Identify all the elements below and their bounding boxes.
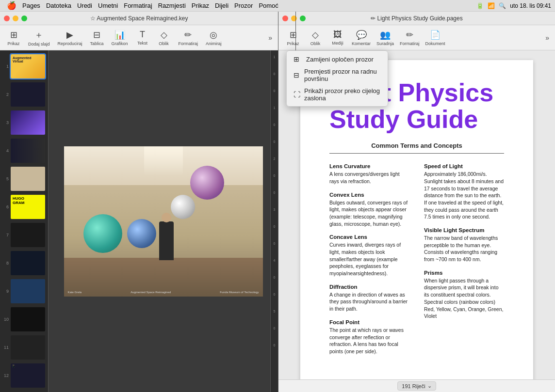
keynote-canvas[interactable]: Kate Grela Augmented Space Reimagined Fu… <box>49 50 278 392</box>
def-visible-spectrum: The narrow band of wavelengths perceptib… <box>424 235 504 263</box>
slide-thumb-6[interactable]: 6 HUGOGRAM <box>0 193 48 221</box>
pages-statusbar: 191 Riječi ⌄ <box>278 379 555 392</box>
word-count-button[interactable]: 191 Riječi ⌄ <box>397 381 436 391</box>
pages-toolbar-suradnja[interactable]: 👥 Suradnja <box>374 28 396 48</box>
def-concave-lens: Curves inward, diverges rays of light, m… <box>329 241 409 277</box>
search-icon[interactable]: 🔍 <box>499 2 506 9</box>
slide-thumb-2[interactable]: 2 <box>0 80 48 109</box>
toolbar-animiraj[interactable]: ◎ Animiraj <box>203 28 225 48</box>
slide-thumb-8[interactable]: 8 <box>0 249 48 277</box>
context-item-premjesti[interactable]: ⊟ Premjesti prozor na radnu površinu <box>287 65 388 85</box>
menu-uredi[interactable]: Uredi <box>74 2 95 9</box>
shape-icon: ◇ <box>161 30 167 40</box>
pages-fullscreen-button[interactable] <box>300 16 306 21</box>
menu-prozor[interactable]: Prozor <box>231 2 256 9</box>
tile-window-icon: ⊞ <box>294 55 302 63</box>
ball-teal <box>83 214 122 253</box>
format-icon: ✏ <box>184 30 192 40</box>
def-diffraction: A change in direction of waves as they p… <box>329 291 409 313</box>
slide-thumb-1[interactable]: 1 AugmentedVirtual <box>0 52 48 80</box>
pages-toolbar-prikaz[interactable]: ⊞ Prikaz <box>282 28 304 48</box>
term-convex-lens: Convex Lens <box>329 192 409 198</box>
menu-pomoc[interactable]: Pomoć <box>256 2 281 9</box>
slide-thumb-7[interactable]: 7 <box>0 221 48 249</box>
slide-preview-7 <box>11 223 45 247</box>
toolbar-tablica[interactable]: ⊟ Tablica <box>87 28 107 48</box>
keynote-window: ☆ Augmented Space Reimagined.key ⊞ Prika… <box>0 12 278 392</box>
skylight <box>144 146 183 175</box>
slide-thumb-4[interactable]: 4 <box>0 137 48 165</box>
slide-thumb-12[interactable]: 12 📱 <box>0 361 48 390</box>
toolbar-reproduciraj[interactable]: ▶ Reproduciraj <box>55 28 85 48</box>
slide-thumb-5[interactable]: 5 <box>0 165 48 193</box>
pages-toolbar-mediji[interactable]: 🖼 Mediji <box>327 28 348 47</box>
menu-pages[interactable]: Pages <box>19 2 43 9</box>
toolbar-dodaj-slajd[interactable]: ＋ Dodaj slajd <box>25 27 53 48</box>
term-speed-of-light: Speed of Light <box>424 163 504 169</box>
caption-right: Funda Museum of Technology <box>220 291 259 294</box>
play-icon: ▶ <box>66 30 73 40</box>
menu-datoteka[interactable]: Datoteka <box>43 2 74 9</box>
chart-icon: 📊 <box>114 30 125 40</box>
pages-toolbar-dokument[interactable]: 📄 Dokument <box>423 28 448 48</box>
keynote-title: ☆ Augmented Space Reimagined.key <box>90 15 188 22</box>
slide-thumb-9[interactable]: 9 <box>0 277 48 305</box>
pages-toolbar: ⊞ Prikaz ◇ Oblik 🖼 Mediji 💬 Komentar 👥 S… <box>278 25 555 50</box>
battery-icon: 🔋 <box>476 2 484 9</box>
slide-preview-10 <box>11 307 45 331</box>
pages-toolbar-more[interactable]: » <box>543 32 551 44</box>
menu-umetni[interactable]: Umetni <box>95 2 121 9</box>
minimize-button[interactable] <box>13 16 18 21</box>
toolbar-more[interactable]: » <box>266 32 274 44</box>
person-figure <box>159 221 174 260</box>
menu-formatiraj[interactable]: Formatiraj <box>121 2 155 9</box>
pages-collab-icon: 👥 <box>380 30 391 40</box>
pages-toolbar-komentar[interactable]: 💬 Komentar <box>349 28 373 48</box>
apple-menu[interactable]: 🍎 <box>4 1 19 10</box>
ball-purple <box>190 166 224 200</box>
pages-doc-icon: 📄 <box>430 30 441 40</box>
slide-thumb-11[interactable]: 11 <box>0 333 48 361</box>
def-convex-lens: Bulges outward, converges rays of light,… <box>329 199 409 228</box>
fullscreen-button[interactable] <box>21 16 27 21</box>
term-concave-lens: Concave Lens <box>329 234 409 240</box>
menu-dijeli[interactable]: Dijeli <box>212 2 231 9</box>
term-lens-curvature: Lens Curvature <box>329 163 409 169</box>
vertical-ruler: 100 100 200 300 400 500 <box>270 50 278 392</box>
slide-preview-11 <box>11 335 45 360</box>
toolbar-formatiraj[interactable]: ✏ Formatiraj <box>176 28 201 48</box>
toolbar-grafikon[interactable]: 📊 Grafikon <box>109 28 131 48</box>
slide-preview-3 <box>11 110 45 135</box>
word-count-label: 191 Riječi <box>402 383 425 389</box>
close-button[interactable] <box>4 16 10 21</box>
context-menu: ⊞ Zamijeni opločen prozor ⊟ Premjesti pr… <box>286 50 388 107</box>
pages-minimize-button[interactable] <box>291 16 297 21</box>
doc-subtitle: Common Terms and Concepts <box>329 142 504 149</box>
pages-toolbar-formatiraj[interactable]: ✏ Formatiraj <box>397 28 422 48</box>
toolbar-oblik[interactable]: ◇ Oblik <box>154 28 174 48</box>
slide-thumb-3[interactable]: 3 <box>0 109 48 137</box>
move-window-icon: ⊟ <box>294 71 300 79</box>
context-item-zamijeni[interactable]: ⊞ Zamijeni opločen prozor <box>287 53 388 65</box>
term-visible-spectrum: Visible Light Spectrum <box>424 227 504 233</box>
def-focal-point: The point at which rays or waves converg… <box>329 327 409 355</box>
active-slide: Kate Grela Augmented Space Reimagined Fu… <box>64 146 263 297</box>
pages-comment-icon: 💬 <box>356 30 367 40</box>
slide-panel: 1 AugmentedVirtual 2 3 4 5 <box>0 50 49 392</box>
toolbar-tekst[interactable]: T Tekst <box>133 28 152 47</box>
slide-preview-4 <box>11 139 45 163</box>
context-item-prikazi[interactable]: ⛶ Prikaži prozor preko cijelog zaslona <box>287 85 388 104</box>
doc-col-left: Lens Curvature A lens converges/diverges… <box>329 163 409 357</box>
def-lens-curvature: A lens converges/diverges light rays via… <box>329 171 409 185</box>
menu-prikaz[interactable]: Prikaz <box>189 2 212 9</box>
slide-thumb-10[interactable]: 10 <box>0 305 48 333</box>
table-icon: ⊟ <box>93 30 100 40</box>
def-prisms: When light passes through a dispersive p… <box>424 277 504 320</box>
pages-close-button[interactable] <box>282 16 288 21</box>
term-diffraction: Diffraction <box>329 284 409 290</box>
toolbar-prikaz[interactable]: ⊞ Prikaz <box>4 28 23 48</box>
doc-divider <box>329 153 504 154</box>
menu-razmjesti[interactable]: Razmjesti <box>155 2 189 9</box>
ball-white <box>171 195 195 219</box>
pages-toolbar-oblik[interactable]: ◇ Oblik <box>305 28 326 48</box>
